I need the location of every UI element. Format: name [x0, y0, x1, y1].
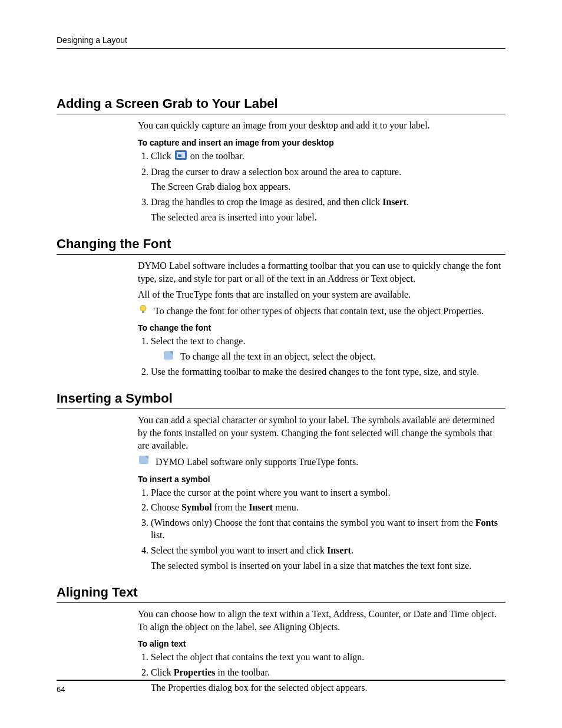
section4-subhead: To align text	[138, 639, 505, 648]
step-text: from the	[212, 502, 249, 512]
section1-intro: You can quickly capture an image from yo…	[138, 119, 505, 132]
main-content: Adding a Screen Grab to Your Label You c…	[57, 49, 505, 694]
insert-keyword: Insert	[327, 545, 351, 555]
step-text: Drag the curser to draw a selection box …	[151, 167, 401, 177]
step-result: The Screen Grab dialog box appears.	[151, 180, 505, 193]
sub-note: To change all the text in an object, sel…	[163, 350, 505, 363]
screen-grab-icon	[175, 150, 187, 163]
lightbulb-icon	[139, 305, 147, 317]
properties-keyword: Properties	[174, 667, 216, 677]
running-head: Designing a Layout	[57, 35, 505, 49]
list-item: Select the object that contains the text…	[151, 651, 505, 664]
page: Designing a Layout Adding a Screen Grab …	[0, 0, 562, 728]
note-row: DYMO Label software only supports TrueTy…	[138, 456, 505, 469]
note-icon	[139, 456, 148, 466]
sub-note-text: To change all the text in an object, sel…	[180, 350, 505, 363]
section4-steps: Select the object that contains the text…	[138, 651, 505, 694]
list-item: (Windows only) Choose the font that cont…	[151, 516, 505, 542]
tip-row: To change the font for other types of ob…	[138, 305, 505, 318]
list-item: Click on the toolbar.	[151, 150, 505, 163]
section4-intro: You can choose how to align the text wit…	[138, 608, 505, 633]
section2-intro2: All of the TrueType fonts that are insta…	[138, 288, 505, 301]
step-text: list.	[151, 530, 165, 540]
list-item: Select the symbol you want to insert and…	[151, 544, 505, 572]
insert-keyword: Insert	[382, 197, 406, 207]
step-result: The Properties dialog box for the select…	[151, 681, 505, 694]
section1-subhead: To capture and insert an image from your…	[138, 138, 505, 147]
step-text: Select the text to change.	[151, 336, 245, 346]
step-text: Choose	[151, 502, 181, 512]
heading-adding-screen-grab: Adding a Screen Grab to Your Label	[57, 96, 505, 114]
list-item: Select the text to change. To change all…	[151, 335, 505, 363]
insert-keyword: Insert	[249, 502, 273, 512]
step-text: Drag the handles to crop the image as de…	[151, 197, 382, 207]
section4-body: You can choose how to align the text wit…	[138, 608, 505, 694]
step-text: .	[351, 545, 353, 555]
section3-subhead: To insert a symbol	[138, 475, 505, 484]
svg-rect-2	[178, 154, 181, 157]
step-text: Select the symbol you want to insert and…	[151, 545, 327, 555]
svg-rect-4	[142, 311, 144, 313]
list-item: Drag the handles to crop the image as de…	[151, 196, 505, 223]
step-text: Place the cursor at the point where you …	[151, 487, 391, 498]
section3-intro: You can add a special character or symbo…	[138, 414, 505, 452]
symbol-keyword: Symbol	[181, 502, 212, 512]
step-text: .	[406, 197, 409, 207]
step-text: menu.	[273, 502, 299, 512]
section2-subhead: To change the font	[138, 323, 505, 332]
section2-intro1: DYMO Label software includes a formattin…	[138, 259, 505, 285]
footer-rule	[57, 680, 505, 681]
step-text: Click	[151, 667, 174, 677]
list-item: Choose Symbol from the Insert menu.	[151, 501, 505, 514]
page-number: 64	[57, 685, 65, 694]
step-text: Click	[151, 151, 174, 161]
tip-text: To change the font for other types of ob…	[154, 305, 505, 318]
step-result: The selected symbol is inserted on your …	[151, 559, 505, 572]
list-item: Drag the curser to draw a selection box …	[151, 166, 505, 193]
step-text: (Windows only) Choose the font that cont…	[151, 518, 475, 528]
heading-changing-font: Changing the Font	[57, 236, 505, 255]
section2-steps: Select the text to change. To change all…	[138, 335, 505, 378]
step-result: The selected area is inserted into your …	[151, 211, 505, 224]
step-text: Use the formatting toolbar to make the d…	[151, 367, 479, 377]
note-icon	[164, 350, 173, 363]
section2-body: DYMO Label software includes a formattin…	[138, 259, 505, 378]
step-text: on the toolbar.	[188, 151, 244, 161]
heading-aligning-text: Aligning Text	[57, 585, 505, 603]
section3-body: You can add a special character or symbo…	[138, 414, 505, 572]
step-text: in the toolbar.	[215, 667, 269, 677]
svg-point-3	[140, 305, 146, 311]
fonts-keyword: Fonts	[475, 518, 498, 528]
list-item: Use the formatting toolbar to make the d…	[151, 365, 505, 378]
section1-body: You can quickly capture an image from yo…	[138, 119, 505, 223]
heading-inserting-symbol: Inserting a Symbol	[57, 391, 505, 409]
note-text: DYMO Label software only supports TrueTy…	[156, 456, 505, 469]
step-text: Select the object that contains the text…	[151, 652, 364, 662]
section1-steps: Click on the toolbar. Drag the curser to…	[138, 150, 505, 224]
list-item: Place the cursor at the point where you …	[151, 486, 505, 499]
section3-steps: Place the cursor at the point where you …	[138, 486, 505, 572]
